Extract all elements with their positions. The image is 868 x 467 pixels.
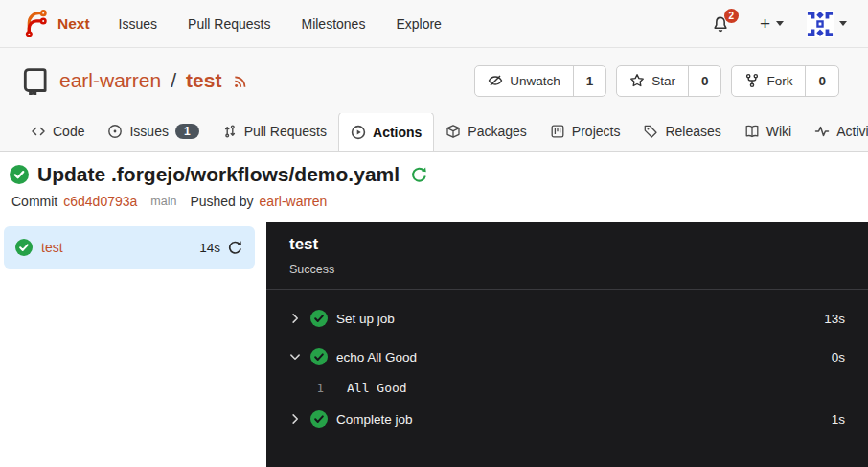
tab-label: Packages bbox=[468, 124, 526, 139]
actions-play-icon bbox=[351, 125, 366, 140]
chevron-down-icon bbox=[776, 21, 784, 26]
step-duration: 1s bbox=[832, 412, 845, 427]
tab-projects[interactable]: Projects bbox=[538, 113, 632, 151]
chevron-down-icon bbox=[839, 21, 847, 26]
nav-item-pull-requests[interactable]: Pull Requests bbox=[188, 16, 270, 32]
commit-sha-link[interactable]: c6d4d0793a bbox=[63, 194, 137, 209]
repo-title: earl-warren / test bbox=[21, 66, 249, 95]
success-check-icon bbox=[310, 310, 328, 327]
commit-label: Commit bbox=[11, 194, 57, 209]
repo-tabs: Code Issues 1 Pull Requests Actions Pack… bbox=[0, 113, 868, 152]
repo-owner-link[interactable]: earl-warren bbox=[59, 69, 161, 92]
step-label: Complete job bbox=[336, 412, 413, 427]
brand-label: Next bbox=[57, 15, 90, 33]
actions-run-page: Update .forgejo/workflows/demo.yaml Comm… bbox=[0, 152, 868, 467]
commit-info: Commit c6d4d0793a main Pushed by earl-wa… bbox=[0, 186, 868, 209]
job-meta: 14s bbox=[199, 240, 243, 256]
notifications-button[interactable]: 2 bbox=[712, 15, 737, 33]
step-duration: 0s bbox=[832, 350, 845, 364]
tab-label: Code bbox=[53, 124, 84, 139]
create-new-button[interactable]: + bbox=[760, 13, 784, 35]
job-name: test bbox=[41, 240, 63, 255]
package-icon bbox=[445, 124, 461, 139]
rerun-job-icon[interactable] bbox=[227, 240, 243, 256]
repo-action-buttons: Unwatch 1 Star 0 bbox=[474, 65, 839, 97]
tab-code[interactable]: Code bbox=[19, 113, 96, 151]
tab-label: Releases bbox=[665, 124, 720, 139]
tab-activity[interactable]: Activity bbox=[803, 113, 868, 151]
tab-wiki[interactable]: Wiki bbox=[733, 113, 803, 151]
tab-packages[interactable]: Packages bbox=[434, 113, 537, 151]
run-title-row: Update .forgejo/workflows/demo.yaml bbox=[0, 163, 868, 186]
job-log-header: test Success bbox=[266, 222, 868, 290]
chevron-down-icon bbox=[289, 351, 301, 362]
chevron-right-icon bbox=[289, 313, 301, 324]
nav-item-milestones[interactable]: Milestones bbox=[301, 16, 365, 32]
forgejo-brand[interactable]: Next bbox=[21, 10, 90, 37]
star-icon bbox=[629, 73, 645, 88]
repo-header: earl-warren / test Unwatch 1 bbox=[0, 48, 868, 113]
unwatch-button[interactable]: Unwatch bbox=[475, 66, 573, 96]
wiki-book-icon bbox=[744, 124, 760, 139]
star-count[interactable]: 0 bbox=[688, 66, 721, 96]
nav-links: Issues Pull Requests Milestones Explore bbox=[119, 16, 442, 32]
step-complete-job[interactable]: Complete job 1s bbox=[266, 400, 868, 438]
run-content: test 14s test Success bbox=[0, 222, 868, 467]
success-check-icon bbox=[10, 165, 29, 184]
job-status: Success bbox=[289, 263, 845, 276]
nav-item-issues[interactable]: Issues bbox=[119, 16, 157, 32]
success-check-icon bbox=[310, 410, 328, 428]
tab-label: Issues bbox=[129, 124, 168, 139]
issue-icon bbox=[107, 124, 123, 139]
nav-item-explore[interactable]: Explore bbox=[396, 16, 441, 32]
top-navbar: Next Issues Pull Requests Milestones Exp… bbox=[0, 0, 868, 48]
navbar-right: 2 + bbox=[712, 11, 847, 37]
repo-book-icon bbox=[21, 66, 50, 95]
tab-label: Wiki bbox=[766, 124, 791, 139]
tab-actions[interactable]: Actions bbox=[338, 113, 434, 152]
issues-count-badge: 1 bbox=[175, 124, 199, 139]
pusher-link[interactable]: earl-warren bbox=[260, 194, 328, 209]
tag-icon bbox=[643, 124, 658, 139]
step-label: Set up job bbox=[336, 312, 395, 326]
job-list-item-test[interactable]: test 14s bbox=[4, 226, 255, 269]
fork-button[interactable]: Fork bbox=[732, 66, 805, 96]
tab-pull-requests[interactable]: Pull Requests bbox=[211, 113, 338, 151]
watch-button-group: Unwatch 1 bbox=[474, 65, 606, 97]
log-line-text: All Good bbox=[347, 381, 407, 395]
chevron-right-icon bbox=[289, 413, 301, 425]
job-log-panel: test Success Set up job 13s bbox=[266, 222, 868, 467]
job-duration: 14s bbox=[199, 241, 220, 255]
tab-label: Projects bbox=[572, 124, 621, 139]
star-button-group: Star 0 bbox=[616, 65, 721, 97]
job-list: test 14s bbox=[0, 222, 266, 467]
fork-count[interactable]: 0 bbox=[805, 66, 838, 96]
repo-name-link[interactable]: test bbox=[186, 69, 221, 92]
step-set-up-job[interactable]: Set up job 13s bbox=[266, 299, 868, 338]
star-button[interactable]: Star bbox=[617, 66, 688, 96]
log-line-number: 1 bbox=[310, 381, 324, 395]
rerun-workflow-icon[interactable] bbox=[410, 166, 428, 184]
log-line: 1 All Good bbox=[266, 376, 868, 400]
tab-label: Pull Requests bbox=[244, 124, 327, 139]
fork-label: Fork bbox=[766, 74, 792, 88]
pushed-by-label: Pushed by bbox=[190, 194, 253, 209]
pull-request-icon bbox=[222, 124, 238, 139]
tab-issues[interactable]: Issues 1 bbox=[96, 113, 210, 151]
job-log-title: test bbox=[289, 235, 845, 254]
branch-label[interactable]: main bbox=[150, 195, 176, 208]
run-title: Update .forgejo/workflows/demo.yaml bbox=[37, 163, 400, 186]
tab-releases[interactable]: Releases bbox=[631, 113, 732, 151]
avatar bbox=[807, 11, 834, 37]
eye-slash-icon bbox=[488, 73, 503, 88]
fork-icon bbox=[744, 73, 760, 88]
step-echo-all-good[interactable]: echo All Good 0s bbox=[266, 338, 868, 376]
success-check-icon bbox=[310, 348, 328, 365]
unwatch-label: Unwatch bbox=[510, 74, 560, 88]
watch-count[interactable]: 1 bbox=[573, 66, 606, 96]
step-list: Set up job 13s echo All Good 0s 1 All Go… bbox=[266, 290, 868, 438]
rss-icon[interactable] bbox=[233, 73, 249, 89]
user-menu[interactable] bbox=[807, 11, 847, 37]
step-duration: 13s bbox=[824, 312, 845, 326]
tab-label: Actions bbox=[373, 125, 422, 140]
